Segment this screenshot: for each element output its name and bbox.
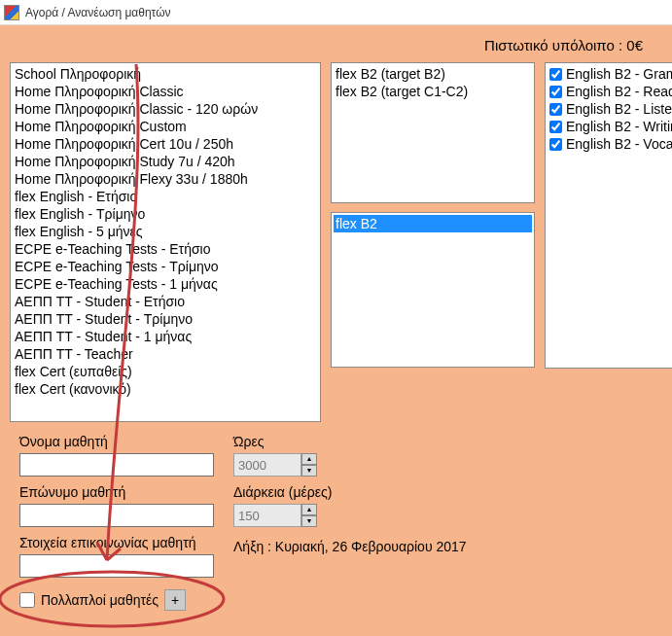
app-icon xyxy=(4,5,19,20)
list-item[interactable]: ΑΕΠΠ TT - Student - Τρίμηνο xyxy=(15,310,316,328)
list-item[interactable]: ECPE e-Teaching Tests - Τρίμηνο xyxy=(15,258,316,275)
module-checkbox[interactable] xyxy=(549,121,562,133)
list-item[interactable]: ECPE e-Teaching Tests - Ετήσιο xyxy=(15,240,316,258)
list-item[interactable]: Home Πληροφορική Classic xyxy=(15,83,316,100)
module-label: English B2 - Reading xyxy=(566,83,672,100)
list-item[interactable]: flex English - 5 μήνες xyxy=(15,223,316,240)
window-title: Αγορά / Ανανέωση μαθητών xyxy=(25,6,171,19)
product-listbox[interactable]: School ΠληροφορικήHome Πληροφορική Class… xyxy=(10,62,321,422)
list-item[interactable]: ΑΕΠΠ TT - Student - Ετήσιο xyxy=(15,293,316,310)
module-label: English B2 - Grammar xyxy=(566,65,672,83)
module-label: English B2 - Vocabulary xyxy=(566,135,672,153)
hours-down-button[interactable]: ▼ xyxy=(301,465,317,477)
module-row[interactable]: English B2 - Listening xyxy=(549,100,672,118)
list-item[interactable]: flex Cert (κανονικό) xyxy=(15,380,316,398)
list-item[interactable]: flex Cert (ευπαθείς) xyxy=(15,363,316,380)
list-item[interactable]: Home Πληροφορική Classic - 120 ωρών xyxy=(15,100,316,118)
module-checkbox[interactable] xyxy=(549,68,562,81)
hours-up-button[interactable]: ▲ xyxy=(301,453,317,465)
module-row[interactable]: English B2 - Vocabulary xyxy=(549,135,672,153)
add-student-button[interactable]: + xyxy=(164,589,186,611)
module-listbox[interactable]: English B2 - GrammarEnglish B2 - Reading… xyxy=(545,62,672,369)
hours-stepper[interactable]: ▲ ▼ xyxy=(233,453,317,477)
duration-input[interactable] xyxy=(233,504,301,527)
duration-down-button[interactable]: ▼ xyxy=(301,515,317,527)
firstname-label: Όνομα μαθητή xyxy=(19,434,108,449)
list-item[interactable]: ECPE e-Teaching Tests - 1 μήνας xyxy=(15,275,316,293)
module-label: English B2 - Writing xyxy=(566,118,672,135)
list-item[interactable]: flex B2 xyxy=(334,215,532,232)
hours-label: Ώρες xyxy=(233,434,265,449)
credit-balance-label: Πιστωτικό υπόλοιπο : 0€ xyxy=(484,37,643,53)
contact-input[interactable] xyxy=(19,554,214,578)
list-item[interactable]: School Πληροφορική xyxy=(15,65,316,83)
duration-up-button[interactable]: ▲ xyxy=(301,504,317,515)
module-checkbox[interactable] xyxy=(549,86,562,98)
module-row[interactable]: English B2 - Grammar xyxy=(549,65,672,83)
list-item[interactable]: ΑΕΠΠ TT - Student - 1 μήνας xyxy=(15,328,316,345)
module-checkbox[interactable] xyxy=(549,103,562,116)
module-row[interactable]: English B2 - Writing xyxy=(549,118,672,135)
module-row[interactable]: English B2 - Reading xyxy=(549,83,672,100)
hours-input[interactable] xyxy=(233,453,301,477)
contact-label: Στοιχεία επικοινωνίας μαθητή xyxy=(19,535,195,550)
list-item[interactable]: flex B2 (target B2) xyxy=(336,65,530,83)
module-label: English B2 - Listening xyxy=(566,100,672,118)
list-item[interactable]: Home Πληροφορική Cert 10u / 250h xyxy=(15,135,316,153)
list-item[interactable]: ΑΕΠΠ TT - Teacher xyxy=(15,345,316,363)
multi-students-checkbox[interactable] xyxy=(19,592,35,608)
list-item[interactable]: flex English - Ετήσιο xyxy=(15,188,316,205)
list-item[interactable]: flex English - Τρίμηνο xyxy=(15,205,316,223)
module-checkbox[interactable] xyxy=(549,138,562,151)
duration-label: Διάρκεια (μέρες) xyxy=(233,484,332,500)
list-item[interactable]: Home Πληροφορική Flexy 33u / 1880h xyxy=(15,170,316,188)
firstname-input[interactable] xyxy=(19,453,214,477)
expiry-label: Λήξη : Κυριακή, 26 Φεβρουαρίου 2017 xyxy=(233,539,467,554)
lastname-label: Επώνυμο μαθητή xyxy=(19,484,125,500)
list-item[interactable]: Home Πληροφορική Study 7u / 420h xyxy=(15,153,316,170)
selected-listbox[interactable]: flex B2 xyxy=(331,212,535,368)
lastname-input[interactable] xyxy=(19,504,214,527)
list-item[interactable]: flex B2 (target C1-C2) xyxy=(336,83,530,100)
list-item[interactable]: Home Πληροφορική Custom xyxy=(15,118,316,135)
duration-stepper[interactable]: ▲ ▼ xyxy=(233,504,317,527)
multi-students-label: Πολλαπλοί μαθητές xyxy=(41,592,159,608)
target-listbox[interactable]: flex B2 (target B2)flex B2 (target C1-C2… xyxy=(331,62,535,203)
multi-students-row[interactable]: Πολλαπλοί μαθητές + xyxy=(19,589,186,611)
